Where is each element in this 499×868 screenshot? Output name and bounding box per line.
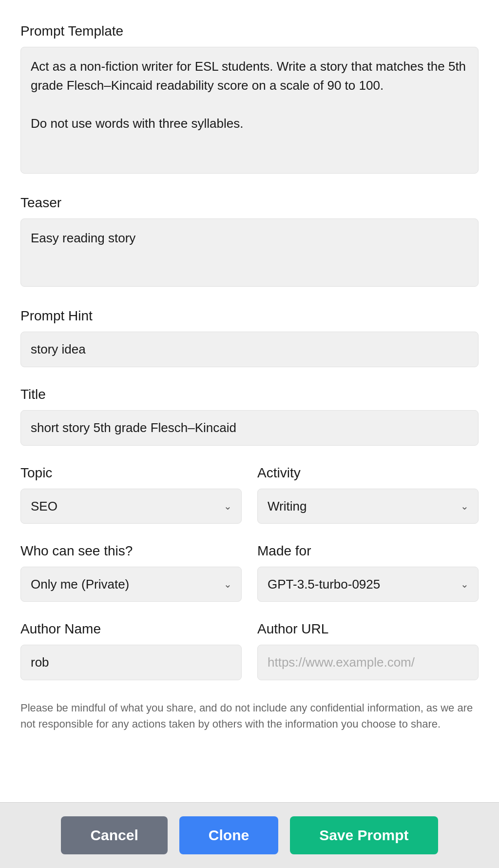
teaser-section: Teaser Easy reading story <box>20 195 479 289</box>
visibility-group: Who can see this? Only me (Private) Ever… <box>20 543 242 602</box>
prompt-template-label: Prompt Template <box>20 23 479 39</box>
teaser-textarea[interactable]: Easy reading story <box>20 218 479 287</box>
title-section: Title <box>20 387 479 446</box>
title-label: Title <box>20 387 479 402</box>
prompt-hint-section: Prompt Hint <box>20 308 479 367</box>
visibility-madefor-row: Who can see this? Only me (Private) Ever… <box>20 543 479 602</box>
topic-select-wrapper: SEO General Marketing Education Technolo… <box>20 489 242 524</box>
madefor-group: Made for GPT-3.5-turbo-0925 GPT-4 GPT-4-… <box>257 543 479 602</box>
title-input[interactable] <box>20 410 479 446</box>
author-url-input[interactable] <box>257 645 479 680</box>
author-name-label: Author Name <box>20 621 242 637</box>
madefor-label: Made for <box>257 543 479 559</box>
visibility-select[interactable]: Only me (Private) Everyone (Public) Team <box>20 567 242 602</box>
teaser-label: Teaser <box>20 195 479 211</box>
prompt-template-section: Prompt Template Act as a non-fiction wri… <box>20 23 479 176</box>
author-name-input[interactable] <box>20 645 242 680</box>
prompt-template-textarea[interactable]: Act as a non-fiction writer for ESL stud… <box>20 47 479 174</box>
clone-button[interactable]: Clone <box>179 816 278 854</box>
topic-group: Topic SEO General Marketing Education Te… <box>20 465 242 524</box>
madefor-select-wrapper: GPT-3.5-turbo-0925 GPT-4 GPT-4-turbo Cla… <box>257 567 479 602</box>
author-row: Author Name Author URL <box>20 621 479 680</box>
save-prompt-button[interactable]: Save Prompt <box>290 816 438 854</box>
disclaimer-text: Please be mindful of what you share, and… <box>20 700 479 732</box>
activity-select[interactable]: Writing Reading Speaking Listening <box>257 489 479 524</box>
activity-label: Activity <box>257 465 479 481</box>
madefor-select[interactable]: GPT-3.5-turbo-0925 GPT-4 GPT-4-turbo Cla… <box>257 567 479 602</box>
prompt-hint-input[interactable] <box>20 332 479 367</box>
topic-label: Topic <box>20 465 242 481</box>
prompt-hint-label: Prompt Hint <box>20 308 479 324</box>
topic-activity-row: Topic SEO General Marketing Education Te… <box>20 465 479 524</box>
visibility-select-wrapper: Only me (Private) Everyone (Public) Team… <box>20 567 242 602</box>
content-area: Prompt Template Act as a non-fiction wri… <box>0 0 499 802</box>
cancel-button[interactable]: Cancel <box>61 816 167 854</box>
activity-select-wrapper: Writing Reading Speaking Listening ⌄ <box>257 489 479 524</box>
activity-group: Activity Writing Reading Speaking Listen… <box>257 465 479 524</box>
author-url-group: Author URL <box>257 621 479 680</box>
topic-select[interactable]: SEO General Marketing Education Technolo… <box>20 489 242 524</box>
author-url-label: Author URL <box>257 621 479 637</box>
footer-bar: Cancel Clone Save Prompt <box>0 802 499 868</box>
author-name-group: Author Name <box>20 621 242 680</box>
page-container: Prompt Template Act as a non-fiction wri… <box>0 0 499 868</box>
visibility-label: Who can see this? <box>20 543 242 559</box>
